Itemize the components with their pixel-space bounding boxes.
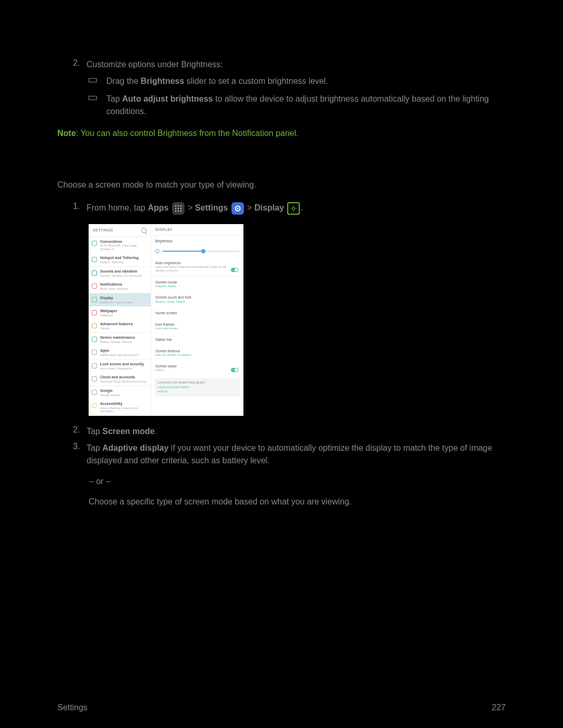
connections-icon bbox=[92, 241, 97, 246]
toggle-on-icon bbox=[231, 368, 238, 372]
svg-point-5 bbox=[180, 208, 181, 209]
step-text: From home, tap Apps > Settings > Display… bbox=[87, 202, 506, 215]
notifications-icon bbox=[92, 283, 97, 289]
sidebar-item-hotspot: Hotspot and TetheringHotspot, Tethering bbox=[89, 253, 151, 266]
svg-point-4 bbox=[178, 208, 179, 209]
square-bullet-icon bbox=[89, 96, 97, 100]
page-number: 227 bbox=[492, 703, 506, 712]
sub-bullet-2: Tap Auto adjust brightness to allow the … bbox=[89, 93, 506, 118]
sidebar-item-connections: ConnectionsWi-Fi, Bluetooth, Data usage,… bbox=[89, 237, 151, 254]
sidebar-item-sounds: Sounds and vibrationSounds, Vibration, D… bbox=[89, 267, 151, 280]
slider-thumb bbox=[201, 249, 205, 253]
step-number: 1. bbox=[73, 202, 87, 215]
cloud-icon bbox=[92, 376, 97, 381]
step-number: 2. bbox=[73, 425, 87, 438]
apps-icon bbox=[172, 202, 185, 215]
status-bar-row: Status bar bbox=[151, 334, 243, 346]
wallpaper-icon bbox=[92, 310, 97, 315]
svg-point-1 bbox=[178, 205, 179, 206]
screen-timeout-row: Screen timeoutAfter 10 minutes of inacti… bbox=[151, 346, 243, 361]
bullet-text: Tap Auto adjust brightness to allow the … bbox=[106, 93, 506, 118]
settings-icon bbox=[231, 202, 244, 215]
looking-for-box: LOOKING FOR SOMETHING ELSE? LANGUAGE AND… bbox=[154, 378, 240, 397]
step-3-adaptive: 3. Tap Adaptive display if you want your… bbox=[73, 442, 506, 467]
sidebar-item-cloud: Cloud and accountsSamsung Cloud, Backup … bbox=[89, 373, 151, 386]
brightness-slider bbox=[151, 247, 243, 257]
maintenance-icon bbox=[92, 337, 97, 342]
section-intro: Choose a screen mode to match your type … bbox=[57, 179, 506, 191]
advanced-icon bbox=[92, 323, 97, 328]
document-page: 2. Customize options under Brightness: D… bbox=[0, 0, 563, 508]
screen-saver-row: Screen saver Colors bbox=[151, 361, 243, 376]
panel-header: DISPLAY bbox=[151, 224, 243, 235]
display-panel: DISPLAY Brightness Auto brightness Adjus… bbox=[151, 224, 243, 416]
settings-sidebar: SETTINGS ConnectionsWi-Fi, Bluetooth, Da… bbox=[89, 224, 151, 416]
square-bullet-icon bbox=[89, 78, 97, 82]
display-list-icon bbox=[92, 297, 97, 302]
sidebar-item-advanced: Advanced featuresGames bbox=[89, 319, 151, 332]
home-screen-row: Home screen bbox=[151, 307, 243, 319]
sidebar-item-maintenance: Device maintenanceBattery, Storage, Memo… bbox=[89, 333, 151, 346]
step-2-tap: 2. Tap Screen mode. bbox=[73, 425, 506, 438]
final-instruction: Choose a specific type of screen mode ba… bbox=[89, 496, 506, 508]
svg-point-6 bbox=[175, 211, 176, 212]
step-text: Tap Screen mode. bbox=[87, 425, 506, 438]
svg-point-2 bbox=[180, 205, 181, 206]
display-icon bbox=[287, 202, 300, 215]
svg-point-7 bbox=[178, 211, 179, 212]
sub-bullet-1: Drag the Brightness slider to set a cust… bbox=[89, 75, 506, 88]
step-2: 2. Customize options under Brightness: bbox=[73, 58, 506, 71]
svg-point-11 bbox=[292, 207, 295, 209]
sounds-icon bbox=[92, 270, 97, 276]
sidebar-item-wallpaper: WallpaperWallpaper bbox=[89, 306, 151, 319]
sidebar-item-display: DisplayBrightness, Home screen bbox=[89, 293, 151, 306]
sidebar-item-lock: Lock screen and securityLock screen, Fin… bbox=[89, 360, 151, 373]
screen-mode-row: Screen modeAdaptive display bbox=[151, 277, 243, 292]
google-icon bbox=[92, 390, 97, 395]
note-label: Note bbox=[57, 129, 76, 138]
icon-frames-row: Icon framesIcons with frames bbox=[151, 319, 243, 334]
svg-point-0 bbox=[175, 205, 176, 206]
sidebar-item-notifications: NotificationsBlock, allow, prioritize bbox=[89, 280, 151, 293]
sun-icon bbox=[155, 249, 160, 253]
lock-icon bbox=[92, 363, 97, 368]
accessibility-icon bbox=[92, 403, 97, 408]
note-line: Note: You can also control Brightness fr… bbox=[57, 127, 506, 140]
sidebar-item-accessibility: AccessibilityVision, Hearing, Dexterity … bbox=[89, 399, 151, 416]
step-number: 2. bbox=[73, 58, 87, 71]
apps-list-icon bbox=[92, 350, 97, 355]
auto-brightness-row: Auto brightness Adjust the screen bright… bbox=[151, 257, 243, 276]
sidebar-header: SETTINGS bbox=[89, 224, 151, 237]
slider-track bbox=[163, 251, 239, 252]
search-icon bbox=[141, 228, 146, 233]
step-number: 3. bbox=[73, 442, 87, 467]
sidebar-item-apps: AppsDefault apps, App permissions bbox=[89, 346, 151, 359]
brightness-row: Brightness bbox=[151, 236, 243, 247]
sidebar-item-google: GoogleGoogle settings bbox=[89, 386, 151, 399]
step-text: Customize options under Brightness: bbox=[87, 58, 506, 71]
svg-point-10 bbox=[237, 207, 238, 209]
footer-section: Settings bbox=[57, 703, 88, 712]
settings-screenshot: SETTINGS ConnectionsWi-Fi, Bluetooth, Da… bbox=[89, 224, 243, 416]
page-footer: Settings 227 bbox=[57, 703, 506, 712]
bullet-text: Drag the Brightness slider to set a cust… bbox=[106, 75, 506, 88]
step-text: Tap Adaptive display if you want your de… bbox=[87, 442, 506, 467]
svg-point-8 bbox=[180, 211, 181, 212]
svg-point-3 bbox=[175, 208, 176, 209]
zoom-font-row: Screen zoom and fontMedium, Small, Defau… bbox=[151, 292, 243, 307]
step-1-nav: 1. From home, tap Apps > Settings > Disp… bbox=[73, 202, 506, 215]
or-separator: ‒ or ‒ bbox=[89, 476, 506, 486]
toggle-on-icon bbox=[231, 268, 238, 272]
hotspot-icon bbox=[92, 257, 97, 262]
